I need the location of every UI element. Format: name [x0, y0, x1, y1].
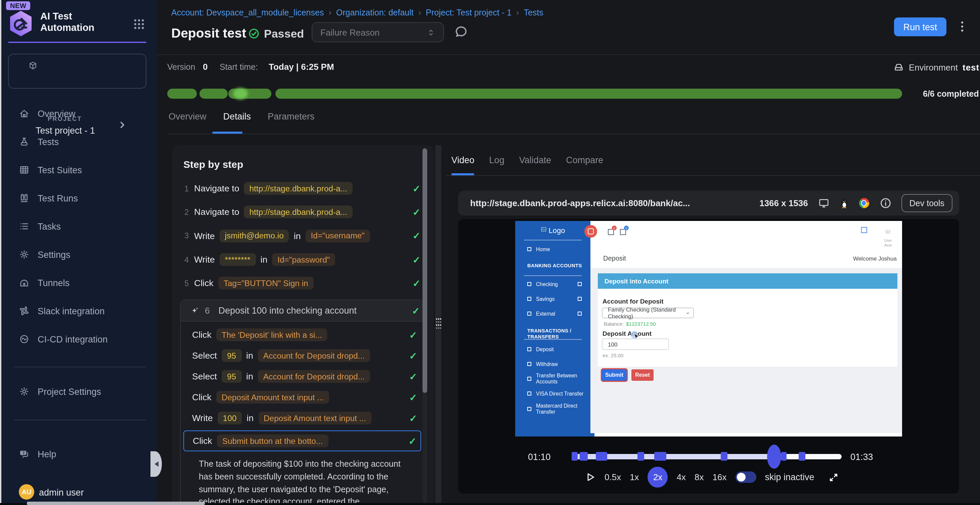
browser-url[interactable]: http://stage.dbank.prod-apps.relicx.ai:8…	[470, 198, 690, 208]
timeline-marker[interactable]	[596, 452, 607, 461]
bank-nav-checking[interactable]: Checking	[515, 279, 590, 289]
step-connector: in	[246, 351, 253, 361]
sidebar-item-tunnels[interactable]: Tunnels	[2, 268, 158, 297]
bank-nav-mastercard-direct-transfer[interactable]: Mastercard Direct Transfer	[515, 403, 590, 414]
timeline-marker[interactable]	[721, 452, 727, 461]
breadcrumb-segment[interactable]: Organization: default	[336, 8, 414, 17]
timeline-marker[interactable]	[572, 452, 578, 461]
user-name[interactable]: admin user	[39, 488, 84, 498]
bank-nav-visa-direct-transfer[interactable]: VISA Direct Transfer	[515, 388, 590, 399]
step-row[interactable]: 3Writejsmith@demo.ioinId="username"✓	[180, 224, 425, 248]
recording-indicator-icon[interactable]	[584, 225, 597, 238]
sidebar-item-overview[interactable]: Overview	[2, 99, 158, 128]
timeline-marker[interactable]	[799, 452, 805, 461]
bank-checkbox-icon[interactable]	[861, 227, 867, 233]
progress-segment[interactable]	[167, 89, 196, 99]
gear-icon	[19, 249, 30, 260]
reset-button[interactable]: Reset	[632, 369, 654, 381]
timeline-marker[interactable]	[654, 452, 666, 461]
substep-row[interactable]: ClickDeposit Amount text input ...✓	[183, 387, 421, 408]
tab-parameters[interactable]: Parameters	[268, 111, 315, 122]
video-timeline[interactable]	[572, 454, 842, 459]
speed-option[interactable]: 8x	[695, 472, 703, 482]
more-options-kebab-icon[interactable]	[961, 22, 964, 33]
timeline-marker[interactable]	[580, 452, 588, 461]
splitter-drag-handle-icon[interactable]	[436, 318, 441, 329]
breadcrumb-segment[interactable]: Project: Test project - 1	[426, 8, 511, 17]
step-row[interactable]: 1Navigate tohttp://stage.dbank.prod-a...…	[180, 176, 425, 200]
sidebar-item-project-settings[interactable]: Project Settings	[2, 377, 158, 406]
step-group-header[interactable]: 6 Deposit 100 into checking account✓	[181, 300, 424, 322]
step-row[interactable]: 2Navigate tohttp://stage.dbank.prod-a...…	[180, 200, 425, 224]
tab-compare[interactable]: Compare	[566, 155, 603, 165]
account-select[interactable]: Family Checking (Standard Checking)	[602, 308, 694, 318]
speed-option[interactable]: 16x	[713, 472, 727, 482]
sidebar-collapse-handle[interactable]	[150, 451, 162, 477]
sidebar-item-settings[interactable]: Settings	[2, 240, 158, 268]
home-icon	[19, 108, 30, 119]
deposit-amount-input[interactable]: 100	[602, 338, 669, 350]
progress-segment[interactable]	[199, 89, 228, 99]
tab-log[interactable]: Log	[489, 155, 504, 165]
timeline-marker[interactable]	[781, 452, 787, 461]
substep-row[interactable]: Select95inAccount for Deposit dropd...✓	[183, 366, 421, 387]
sidebar-item-tests[interactable]: Tests	[2, 128, 158, 156]
sidebar-item-help[interactable]: ? Help	[2, 440, 158, 468]
speed-option-active[interactable]: 2x	[648, 467, 668, 488]
speed-option[interactable]: 1x	[630, 472, 639, 482]
app-window: NEW AI Test Automation	[0, 0, 980, 505]
timeline-scrubber[interactable]	[767, 445, 781, 469]
timeline-marker[interactable]	[638, 452, 644, 461]
bank-user-avatar-broken[interactable]: User Avat	[879, 224, 897, 248]
bank-nav-savings[interactable]: Savings	[515, 294, 590, 304]
bank-nav-withdraw[interactable]: Withdraw	[515, 359, 590, 369]
tab-video[interactable]: Video	[451, 155, 474, 165]
monitor-icon[interactable]	[818, 197, 830, 209]
sidebar-item-test-suites[interactable]: Test Suites	[2, 156, 158, 184]
substep-row[interactable]: ClickSubmit button at the botto...✓	[184, 432, 420, 451]
avatar[interactable]: AU	[19, 484, 34, 500]
play-icon[interactable]	[584, 472, 596, 483]
step-row[interactable]: 4Write********inId="password"✓	[180, 248, 425, 272]
run-test-button[interactable]: Run test	[894, 17, 947, 36]
tab-validate[interactable]: Validate	[519, 155, 552, 165]
step-chip-locator: Submit button at the botto...	[217, 435, 328, 448]
bank-nav-external[interactable]: External	[515, 308, 590, 319]
tab-details[interactable]: Details	[223, 111, 251, 122]
speed-option[interactable]: 0.5x	[605, 472, 621, 482]
submit-button[interactable]: Submit	[602, 369, 627, 381]
bottom-scrollbar[interactable]	[27, 502, 205, 505]
bank-logo[interactable]: Logo	[515, 226, 590, 234]
step-chip-value: http://stage.dbank.prod-a...	[244, 206, 353, 219]
selected-substep[interactable]: ClickSubmit button at the botto...✓	[183, 431, 421, 452]
substep-row[interactable]: Write100inDeposit Amount text input ...✓	[183, 408, 421, 429]
sidebar-item-slack-integration[interactable]: Slack integration	[2, 297, 158, 325]
step-action: Navigate to	[194, 207, 239, 217]
substep-row[interactable]: Select95inAccount for Deposit dropd...✓	[183, 346, 421, 366]
sidebar-item-test-runs[interactable]: Test Runs	[2, 184, 158, 212]
breadcrumb-segment[interactable]: Account: Devspace_all_module_licenses	[171, 8, 324, 17]
dev-tools-button[interactable]: Dev tools	[901, 194, 953, 212]
progress-segment[interactable]	[275, 89, 902, 99]
sidebar-item-ci-cd-integration[interactable]: CI-CD integration	[2, 325, 158, 353]
bank-nav-home[interactable]: Home	[515, 244, 590, 254]
steps-scrollbar-thumb[interactable]	[423, 148, 427, 393]
info-icon[interactable]	[879, 197, 892, 210]
step-passed-check-icon: ✓	[413, 230, 420, 241]
comment-icon[interactable]	[454, 25, 468, 39]
breadcrumb-segment[interactable]: Tests	[523, 8, 543, 17]
speed-option[interactable]: 4x	[677, 472, 686, 482]
failure-reason-select[interactable]: Failure Reason	[312, 22, 444, 42]
breadcrumb-separator: ›	[516, 8, 519, 17]
project-selector[interactable]: PROJECT Test project - 1	[8, 54, 146, 89]
substep-row[interactable]: ClickThe 'Deposit' link with a si...✓	[183, 325, 421, 346]
apps-grid-icon[interactable]	[133, 18, 145, 30]
bullet-square-icon	[527, 377, 531, 381]
fullscreen-icon[interactable]	[829, 472, 839, 483]
skip-inactive-toggle[interactable]	[735, 472, 756, 483]
step-row[interactable]: 5ClickTag="BUTTON" Sign in✓	[180, 271, 425, 295]
sidebar-item-tasks[interactable]: Tasks	[2, 212, 158, 240]
bank-nav-transfer-between-accounts[interactable]: Transfer Between Accounts	[515, 373, 590, 384]
tab-overview[interactable]: Overview	[169, 111, 207, 122]
bank-nav-deposit[interactable]: Deposit	[515, 344, 590, 354]
